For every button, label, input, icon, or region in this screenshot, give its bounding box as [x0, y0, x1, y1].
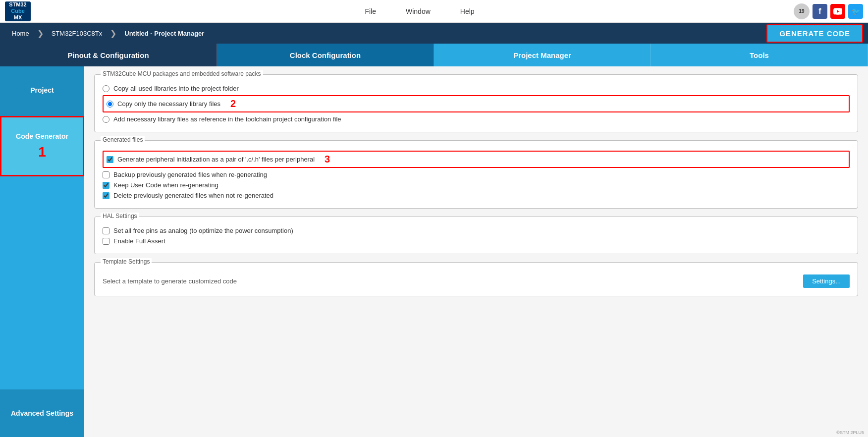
tab-pinout[interactable]: Pinout & Configuration — [0, 44, 217, 66]
twitter-icon[interactable]: 🐦 — [848, 4, 863, 19]
mcu-option2-radio[interactable] — [107, 101, 113, 108]
template-settings-button[interactable]: Settings... — [803, 274, 850, 288]
mcu-packages-section: STM32Cube MCU packages and embedded soft… — [94, 74, 858, 132]
mcu-section-title: STM32Cube MCU packages and embedded soft… — [101, 70, 263, 77]
annotation-2: 2 — [230, 98, 236, 109]
mcu-option2-row: Copy only the necessary library files 2 — [103, 95, 850, 112]
gen-cb1-label: Generate peripheral initialization as a … — [117, 156, 315, 163]
gen-cb1-row: Generate peripheral initialization as a … — [103, 151, 850, 168]
sidebar-item-advanced[interactable]: Advanced Settings — [0, 389, 84, 437]
tab-bar: Pinout & Configuration Clock Configurati… — [0, 44, 868, 66]
menu-items: File Window Help — [46, 7, 794, 15]
generated-files-content: Generate peripheral initialization as a … — [103, 151, 850, 199]
gen-cb2-row: Backup previously generated files when r… — [103, 171, 850, 178]
gen-cb3[interactable] — [103, 182, 109, 189]
content-area: STM32Cube MCU packages and embedded soft… — [84, 66, 868, 437]
copyright: ©STM 2PLU5 — [836, 430, 864, 435]
tab-project-manager[interactable]: Project Manager — [434, 44, 651, 66]
gen-cb4-label: Delete previously generated files when n… — [113, 192, 273, 199]
hal-cb1[interactable] — [103, 227, 109, 234]
breadcrumb-home[interactable]: Home — [5, 23, 36, 44]
annotation-3: 3 — [325, 154, 330, 165]
mcu-section-content: Copy all used libraries into the project… — [103, 85, 850, 123]
mcu-option3-label: Add necessary library files as reference… — [113, 115, 341, 123]
hal-cb2[interactable] — [103, 238, 109, 245]
template-placeholder: Select a template to generate customized… — [103, 277, 237, 285]
logo-mx: MX — [14, 14, 22, 21]
generated-files-section: Generated files Generate peripheral init… — [94, 140, 858, 209]
menu-window[interactable]: Window — [406, 7, 431, 15]
hal-cb1-row: Set all free pins as analog (to optimize… — [103, 227, 850, 234]
generate-btn-wrap: GENERATE CODE — [766, 24, 863, 43]
hal-settings-content: Set all free pins as analog (to optimize… — [103, 227, 850, 245]
breadcrumb-sep2: ❯ — [110, 29, 116, 38]
breadcrumb-bar: Home ❯ STM32F103C8Tx ❯ Untitled - Projec… — [0, 23, 868, 44]
logo-cube: Cube — [11, 8, 25, 14]
hal-cb1-label: Set all free pins as analog (to optimize… — [113, 227, 293, 234]
breadcrumb-project[interactable]: Untitled - Project Manager — [117, 23, 211, 44]
gen-cb3-label: Keep User Code when re-generating — [113, 181, 218, 189]
sidebar-item-project[interactable]: Project — [0, 66, 84, 114]
mcu-option1-label: Copy all used libraries into the project… — [113, 85, 239, 92]
generated-files-title: Generated files — [101, 136, 145, 143]
gen-cb2[interactable] — [103, 171, 109, 178]
hal-cb2-label: Enable Full Assert — [113, 237, 165, 245]
breadcrumb-sep1: ❯ — [37, 29, 44, 38]
menu-file[interactable]: File — [365, 7, 376, 15]
gen-cb4-row: Delete previously generated files when n… — [103, 192, 850, 199]
mcu-option1-radio[interactable] — [103, 85, 109, 92]
hal-cb2-row: Enable Full Assert — [103, 237, 850, 245]
top-right-icons: 19 f 🐦 — [794, 3, 863, 19]
hal-settings-section: HAL Settings Set all free pins as analog… — [94, 217, 858, 254]
sidebar: Project Code Generator 1 Advanced Settin… — [0, 66, 84, 437]
version-icon: 19 — [794, 3, 810, 19]
gen-cb2-label: Backup previously generated files when r… — [113, 171, 267, 178]
sidebar-item-code-generator[interactable]: Code Generator 1 — [0, 116, 84, 176]
hal-settings-title: HAL Settings — [101, 213, 139, 219]
logo-stm: STM32 — [9, 1, 26, 8]
breadcrumb-chip[interactable]: STM32F103C8Tx — [45, 23, 109, 44]
generate-code-button[interactable]: GENERATE CODE — [767, 25, 862, 42]
main-content: Project Code Generator 1 Advanced Settin… — [0, 66, 868, 437]
mcu-option3-radio[interactable] — [103, 116, 109, 123]
gen-cb4[interactable] — [103, 192, 109, 199]
mcu-option3-row: Add necessary library files as reference… — [103, 115, 850, 123]
tab-clock[interactable]: Clock Configuration — [217, 44, 434, 66]
menu-help[interactable]: Help — [460, 7, 475, 15]
annotation-1: 1 — [38, 144, 46, 160]
gen-cb1[interactable] — [107, 156, 113, 163]
template-settings-content: Select a template to generate customized… — [103, 273, 850, 290]
facebook-icon[interactable]: f — [813, 4, 827, 19]
top-menubar: STM32 Cube MX File Window Help 19 f 🐦 — [0, 0, 868, 23]
app-logo: STM32 Cube MX — [5, 1, 31, 21]
template-settings-section: Template Settings Select a template to g… — [94, 262, 858, 296]
tab-tools[interactable]: Tools — [651, 44, 868, 66]
mcu-option1-row: Copy all used libraries into the project… — [103, 85, 850, 92]
youtube-icon[interactable] — [830, 4, 845, 19]
gen-cb3-row: Keep User Code when re-generating — [103, 181, 850, 189]
template-settings-title: Template Settings — [101, 258, 152, 265]
logo-box: STM32 Cube MX — [5, 1, 31, 21]
mcu-option2-label: Copy only the necessary library files — [117, 100, 220, 108]
